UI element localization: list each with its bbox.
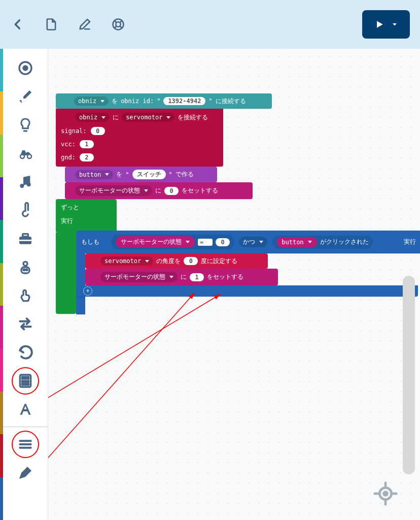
svg-point-1 [116, 22, 120, 26]
field-setvar2-val[interactable]: 1 [190, 273, 204, 281]
category-sensor-icon[interactable] [11, 196, 40, 224]
svg-point-17 [23, 262, 27, 266]
field-button-text[interactable]: スイッチ [132, 170, 166, 179]
svg-rect-15 [23, 234, 28, 237]
block-forever[interactable]: ずっと 実行 [56, 199, 117, 233]
left-toolbox [0, 49, 48, 520]
category-touch-icon[interactable] [11, 281, 40, 310]
var-servo-state2[interactable]: サーボモーターの状態 [116, 236, 195, 248]
annotation-circle-calc [12, 367, 39, 395]
svg-rect-16 [19, 240, 31, 241]
pin-value[interactable]: 1 [80, 140, 94, 148]
run-button[interactable] [362, 10, 410, 39]
block-stack[interactable]: obniz を obniz id: "1392-4942" に接続する obni… [56, 93, 420, 297]
chevron-down-icon [392, 21, 398, 27]
var-obniz2[interactable]: obniz [75, 113, 110, 122]
label-clicked: がクリックされた [320, 238, 369, 246]
hex-compare[interactable]: サーボモーターの状態 = 0 [111, 235, 235, 249]
label-ni: に [113, 113, 119, 122]
category-text-icon[interactable] [11, 395, 40, 424]
label-wire-tail: を接続する [178, 113, 208, 122]
vertical-scrollbar[interactable] [403, 276, 415, 474]
field-angle-val[interactable]: 0 [184, 257, 198, 265]
field-setvar-val[interactable]: 0 [164, 187, 179, 195]
block-servo-angle[interactable]: servomotor の角度を 0 度に設定する [85, 253, 268, 269]
var-obniz[interactable]: obniz [74, 96, 109, 106]
annotation-circle-menu [12, 431, 39, 458]
label-angle-mid: の角度を [156, 257, 181, 266]
label-if-exec: 実行 [404, 238, 416, 246]
op-and[interactable]: かつ [239, 237, 267, 247]
block-obniz-connect[interactable]: obniz を obniz id: "1392-4942" に接続する [56, 93, 272, 109]
category-icons [3, 49, 48, 520]
var-servomotor[interactable]: servomotor [122, 113, 174, 122]
label-forever: ずっと [61, 203, 112, 212]
help-button[interactable] [111, 17, 126, 32]
field-obniz-id[interactable]: 1392-4942 [163, 97, 205, 105]
category-swap-icon[interactable] [11, 310, 40, 338]
svg-marker-6 [377, 21, 383, 27]
svg-point-11 [27, 154, 31, 158]
recenter-button[interactable] [371, 479, 400, 510]
label-setvar-tail: をセットする [182, 186, 218, 195]
category-idea-icon[interactable] [11, 111, 40, 139]
pin-value[interactable]: 2 [80, 153, 94, 161]
category-build-icon[interactable] [11, 82, 40, 111]
top-toolbar [0, 0, 420, 49]
svg-point-9 [23, 66, 27, 70]
pin-label: signal: [61, 127, 87, 135]
label-angle-tail: 度に設定する [201, 257, 237, 266]
toolbox-divider [3, 427, 48, 427]
category-ai-icon[interactable] [11, 253, 40, 281]
label-obniz-id: obniz id: [121, 98, 154, 105]
svg-point-39 [384, 492, 388, 496]
back-button[interactable] [10, 17, 25, 32]
svg-line-2 [114, 20, 116, 22]
category-record-icon[interactable] [11, 54, 40, 82]
category-kit-icon[interactable] [11, 224, 40, 253]
label-ni2: に [155, 186, 161, 195]
pin-label: vcc: [61, 141, 76, 148]
pin-label: gnd: [61, 154, 76, 161]
block-wire-servo[interactable]: obniz に servomotor を接続する signal:0vcc:1gn… [56, 109, 223, 167]
var-servo-state[interactable]: サーボモーターの状態 [75, 185, 152, 196]
label-exec: 実行 [61, 217, 73, 224]
category-undo-icon[interactable] [11, 338, 40, 367]
category-calc-icon[interactable] [11, 367, 40, 395]
field-cmp-val[interactable]: 0 [216, 238, 230, 246]
new-file-button[interactable] [44, 17, 59, 32]
hex-button-clicked[interactable]: button がクリックされた [271, 236, 373, 249]
var-servo-state3[interactable]: サーボモーターの状態 [100, 272, 178, 282]
svg-point-19 [23, 269, 25, 271]
workspace-canvas[interactable]: obniz を obniz id: "1392-4942" に接続する obni… [48, 49, 420, 520]
add-branch-icon[interactable]: + [83, 286, 92, 296]
op-equals[interactable]: = [198, 239, 213, 246]
svg-line-4 [114, 26, 116, 28]
block-set-variable-2[interactable]: サーボモーターの状態 に 1 をセットする [85, 269, 278, 285]
label-wo2: を [116, 170, 122, 179]
svg-point-20 [26, 269, 27, 271]
var-servomotor2[interactable]: servomotor [100, 256, 153, 266]
svg-point-12 [20, 184, 24, 188]
svg-line-5 [120, 26, 122, 28]
svg-point-13 [27, 182, 31, 186]
category-sound-icon[interactable] [11, 168, 40, 196]
var-button2[interactable]: button [276, 237, 317, 247]
label-wo: を [112, 97, 118, 106]
var-button[interactable]: button [75, 170, 113, 179]
block-if[interactable]: もしも サーボモーターの状態 = 0 かつ button がクリックされた 実行 [76, 231, 420, 253]
category-motor-icon[interactable] [11, 139, 40, 168]
label-button-tail: で作る [176, 170, 194, 179]
edit-button[interactable] [77, 17, 92, 32]
svg-line-3 [120, 20, 122, 22]
label-ni3: に [181, 273, 187, 281]
block-set-variable[interactable]: サーボモーターの状態 に 0 をセットする [65, 182, 253, 199]
block-if-footer[interactable]: + [76, 285, 418, 297]
label-connect-tail: に接続する [216, 97, 246, 106]
svg-line-32 [48, 292, 195, 470]
label-setvar2-tail: をセットする [207, 273, 243, 281]
block-make-button[interactable]: button を "スイッチ" で作る [65, 167, 217, 182]
category-pen-icon[interactable] [11, 459, 40, 487]
pin-value[interactable]: 0 [91, 127, 105, 135]
category-menu-icon[interactable] [11, 430, 40, 459]
